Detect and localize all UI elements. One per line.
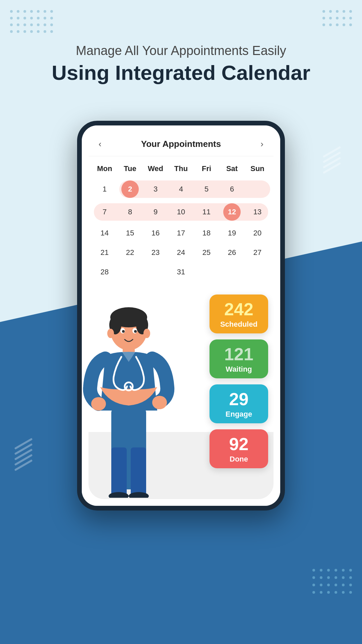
cal-cell-24[interactable]: 24: [168, 244, 194, 262]
calendar-grid: Mon Tue Wed Thu Fri Sat Sun 1 2: [88, 156, 274, 288]
calendar-prev-button[interactable]: ‹: [95, 138, 105, 151]
cal-cell-4[interactable]: 4: [168, 178, 194, 200]
cal-cell-31[interactable]: 31: [168, 263, 194, 281]
svg-point-11: [91, 397, 106, 411]
phone-content: ‹ Your Appointments › Mon Tue Wed Thu Fr…: [82, 125, 280, 506]
cal-cell-16[interactable]: 16: [143, 224, 168, 242]
svg-point-12: [152, 396, 167, 409]
stat-label-scheduled: Scheduled: [214, 320, 263, 329]
calendar-next-button[interactable]: ›: [257, 138, 267, 151]
stat-number-done: 92: [214, 435, 263, 453]
day-name-mon: Mon: [92, 162, 117, 176]
day-name-fri: Fri: [194, 162, 219, 176]
cal-cell-6[interactable]: 6: [219, 178, 245, 200]
cal-cell-21[interactable]: 21: [92, 244, 117, 262]
header-subtitle: Manage All Your Appointments Easily: [0, 44, 362, 58]
cal-cell-27[interactable]: 27: [245, 244, 270, 262]
cal-cell-28[interactable]: 28: [92, 263, 117, 281]
cal-cell-11[interactable]: 11: [194, 201, 219, 223]
cal-cell-20[interactable]: 20: [245, 224, 270, 242]
calendar-week-3: 14 15 16 17 18 19 20: [92, 224, 270, 242]
slash-decoration-right: [322, 148, 342, 172]
stat-card-engage[interactable]: 29 Engage: [209, 384, 268, 423]
cal-cell-empty: [117, 263, 143, 281]
cal-cell-12[interactable]: 12: [219, 201, 245, 223]
day-name-tue: Tue: [117, 162, 143, 176]
cal-cell-17[interactable]: 17: [168, 224, 194, 242]
cal-cell-14[interactable]: 14: [92, 224, 117, 242]
calendar-week-2: 7 8 9 10 11 12 13: [92, 201, 270, 223]
cal-cell-empty: [194, 263, 219, 281]
stat-label-waiting: Waiting: [214, 365, 263, 374]
cal-cell-7[interactable]: 7: [92, 201, 117, 223]
svg-point-7: [134, 330, 137, 333]
cal-cell-empty: [245, 263, 270, 281]
cal-cell-15[interactable]: 15: [117, 224, 143, 242]
cal-cell-3[interactable]: 3: [143, 178, 168, 200]
bottom-section: 242 Scheduled 121 Waiting 29 Engage 92 D…: [88, 291, 274, 499]
calendar-header: ‹ Your Appointments ›: [88, 132, 274, 156]
day-name-wed: Wed: [143, 162, 168, 176]
cal-cell-23[interactable]: 23: [143, 244, 168, 262]
stat-number-scheduled: 242: [214, 301, 263, 318]
cal-cell-2[interactable]: 2: [117, 178, 143, 200]
cal-cell-5[interactable]: 5: [194, 178, 219, 200]
stat-number-engage: 29: [214, 390, 263, 408]
dots-bottom-right: [312, 569, 352, 594]
cal-cell-empty: [219, 263, 245, 281]
cal-cell-empty: [143, 263, 168, 281]
svg-rect-14: [111, 447, 127, 498]
cal-cell-13[interactable]: 13: [245, 201, 270, 223]
stat-card-waiting[interactable]: 121 Waiting: [209, 339, 268, 378]
header-title: Using Integrated Calendar: [0, 61, 362, 84]
cal-cell-18[interactable]: 18: [194, 224, 219, 242]
phone-frame: ‹ Your Appointments › Mon Tue Wed Thu Fr…: [77, 121, 285, 511]
cal-cell-22[interactable]: 22: [117, 244, 143, 262]
calendar-week-4: 21 22 23 24 25 26 27: [92, 244, 270, 262]
svg-point-8: [107, 329, 114, 338]
calendar-title: Your Appointments: [141, 139, 221, 149]
phone-mockup: ‹ Your Appointments › Mon Tue Wed Thu Fr…: [77, 121, 285, 511]
day-name-sun: Sun: [245, 162, 270, 176]
cal-cell-empty: [245, 178, 270, 200]
cal-cell-8[interactable]: 8: [117, 201, 143, 223]
stat-number-waiting: 121: [214, 345, 263, 363]
calendar-week-1: 1 2 3 4 5 6: [92, 178, 270, 200]
stat-label-done: Done: [214, 455, 263, 464]
cal-cell-empty: 1: [92, 178, 117, 200]
doctor-illustration: [82, 303, 182, 499]
header-area: Manage All Your Appointments Easily Usin…: [0, 0, 362, 84]
cal-cell-10[interactable]: 10: [168, 201, 194, 223]
svg-point-6: [122, 330, 125, 333]
cal-cell-25[interactable]: 25: [194, 244, 219, 262]
cal-cell-9[interactable]: 9: [143, 201, 168, 223]
day-name-thu: Thu: [168, 162, 194, 176]
stat-card-scheduled[interactable]: 242 Scheduled: [209, 294, 268, 333]
svg-rect-15: [131, 447, 146, 498]
day-name-sat: Sat: [219, 162, 245, 176]
cal-cell-26[interactable]: 26: [219, 244, 245, 262]
calendar-day-names: Mon Tue Wed Thu Fri Sat Sun: [92, 162, 270, 176]
slash-decoration-left: [13, 439, 34, 470]
stat-card-done[interactable]: 92 Done: [209, 429, 268, 468]
stats-cards: 242 Scheduled 121 Waiting 29 Engage 92 D…: [209, 294, 268, 468]
stat-label-engage: Engage: [214, 410, 263, 419]
cal-cell-19[interactable]: 19: [219, 224, 245, 242]
svg-point-9: [143, 329, 150, 338]
calendar-week-5: 28 31: [92, 263, 270, 281]
